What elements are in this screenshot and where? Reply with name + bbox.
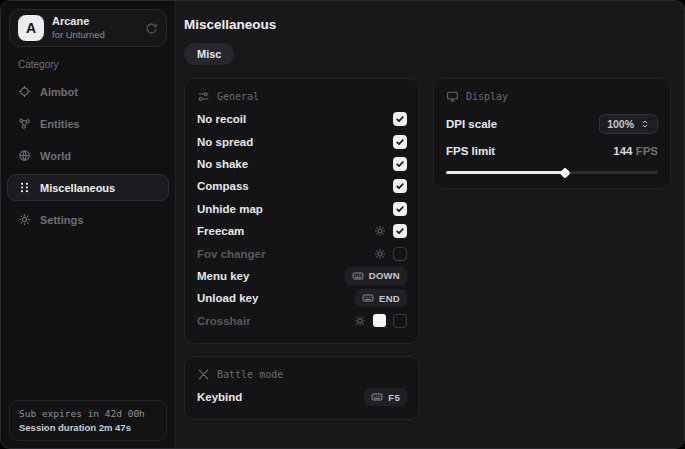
setting-row-fov-changer: Fov changer (197, 242, 407, 264)
dpi-scale-label: DPI scale (446, 118, 497, 130)
sidebar-item-label: Entities (40, 118, 80, 130)
sidebar-item-settings[interactable]: Settings (7, 206, 169, 233)
fps-limit-value: 144 FPS (613, 145, 658, 157)
checkbox-checked[interactable] (393, 157, 407, 171)
battle-mode-panel: Battle mode Keybind F5 (184, 356, 420, 420)
sub-expires-text: Sub expires in 42d 00h (19, 408, 157, 419)
general-panel: General No recoil No spread No shake (184, 78, 420, 344)
key-label: END (379, 293, 400, 304)
checkbox-checked[interactable] (393, 224, 407, 238)
display-panel-title: Display (466, 91, 508, 102)
setting-label: Unhide map (197, 203, 263, 215)
refresh-icon[interactable] (145, 22, 158, 35)
right-column: Display DPI scale 100% FPS limit 144 FPS (433, 78, 671, 189)
battle-mode-panel-title: Battle mode (217, 369, 283, 380)
keybind-button[interactable]: F5 (364, 388, 407, 406)
setting-label: Keybind (197, 391, 242, 403)
category-label: Category (18, 59, 175, 70)
setting-label: No spread (197, 136, 253, 148)
setting-label: Unload key (197, 292, 258, 304)
entities-icon (18, 117, 31, 130)
general-panel-header: General (197, 90, 407, 103)
sidebar-item-label: World (40, 150, 71, 162)
checkbox-unchecked[interactable] (393, 314, 407, 328)
setting-row-unload-key: Unload key END (197, 287, 407, 309)
app-name: Arcane (52, 15, 105, 29)
color-swatch[interactable] (373, 314, 386, 327)
display-panel-header: Display (446, 90, 658, 103)
gear-icon[interactable] (374, 248, 386, 260)
fps-slider-fill (446, 171, 565, 174)
setting-label: Fov changer (197, 248, 265, 260)
panel-columns: General No recoil No spread No shake (184, 78, 671, 420)
dpi-scale-value: 100% (607, 118, 634, 130)
dpi-scale-row: DPI scale 100% (446, 114, 658, 134)
setting-label: Crosshair (197, 315, 251, 327)
setting-row-unhide-map: Unhide map (197, 198, 407, 220)
sidebar-item-entities[interactable]: Entities (7, 110, 169, 137)
setting-row-no-shake: No shake (197, 153, 407, 175)
setting-label: Compass (197, 180, 249, 192)
checkbox-unchecked[interactable] (393, 247, 407, 261)
fps-unit: FPS (632, 145, 658, 157)
sliders-icon (197, 90, 210, 103)
key-label: DOWN (369, 270, 400, 281)
swords-icon (197, 368, 210, 381)
gear-icon[interactable] (374, 225, 386, 237)
general-panel-title: General (217, 91, 259, 102)
setting-row-compass: Compass (197, 175, 407, 197)
crosshair-icon (18, 85, 31, 98)
session-duration-text: Session duration 2m 47s (19, 422, 157, 433)
sidebar-item-label: Aimbot (40, 86, 78, 98)
sidebar-item-aimbot[interactable]: Aimbot (7, 78, 169, 105)
subscription-status-card: Sub expires in 42d 00h Session duration … (9, 400, 167, 441)
setting-label: No shake (197, 158, 248, 170)
checkbox-checked[interactable] (393, 112, 407, 126)
app-window: A Arcane for Unturned Category Aimbot (0, 0, 685, 449)
keybind-button[interactable]: END (355, 289, 407, 307)
battle-rows: Keybind F5 (197, 386, 407, 408)
key-label: F5 (388, 392, 400, 403)
display-panel: Display DPI scale 100% FPS limit 144 FPS (433, 78, 671, 189)
setting-label: Freecam (197, 225, 244, 237)
page-title: Miscellaneous (184, 17, 671, 32)
keyboard-icon (362, 292, 374, 304)
setting-label: Menu key (197, 270, 249, 282)
sidebar-item-world[interactable]: World (7, 142, 169, 169)
battle-mode-panel-header: Battle mode (197, 368, 407, 381)
keybind-button[interactable]: DOWN (345, 267, 407, 285)
left-column: General No recoil No spread No shake (184, 78, 420, 420)
setting-row-keybind: Keybind F5 (197, 386, 407, 408)
brand-text: Arcane for Unturned (52, 15, 105, 41)
fps-limit-slider[interactable] (446, 167, 658, 177)
sidebar-item-miscellaneous[interactable]: Miscellaneous (7, 174, 169, 201)
setting-row-freecam: Freecam (197, 220, 407, 242)
setting-row-no-recoil: No recoil (197, 108, 407, 130)
app-logo: A (18, 15, 44, 41)
gear-icon (18, 213, 31, 226)
general-rows: No recoil No spread No shake Com (197, 108, 407, 332)
slider-thumb[interactable] (559, 167, 570, 178)
monitor-icon (446, 90, 459, 103)
app-subtitle: for Unturned (52, 29, 105, 41)
gear-icon[interactable] (354, 315, 366, 327)
fps-limit-row: FPS limit 144 FPS (446, 145, 658, 157)
keyboard-icon (371, 391, 383, 403)
setting-label: No recoil (197, 113, 246, 125)
dpi-scale-select[interactable]: 100% (599, 114, 658, 134)
setting-row-crosshair: Crosshair (197, 310, 407, 332)
main-content: Miscellaneous Misc General No recoil (176, 1, 685, 448)
tab-misc[interactable]: Misc (184, 43, 234, 65)
sidebar-nav: Aimbot Entities World Miscellaneous (1, 78, 175, 233)
setting-row-menu-key: Menu key DOWN (197, 265, 407, 287)
sidebar-item-label: Miscellaneous (40, 182, 115, 194)
sidebar-item-label: Settings (40, 214, 83, 226)
keyboard-icon (352, 270, 364, 282)
checkbox-checked[interactable] (393, 202, 407, 216)
sidebar: A Arcane for Unturned Category Aimbot (1, 1, 176, 448)
grid-dots-icon (18, 181, 31, 194)
checkbox-checked[interactable] (393, 135, 407, 149)
checkbox-checked[interactable] (393, 179, 407, 193)
chevron-up-down-icon (640, 119, 650, 129)
setting-row-no-spread: No spread (197, 130, 407, 152)
